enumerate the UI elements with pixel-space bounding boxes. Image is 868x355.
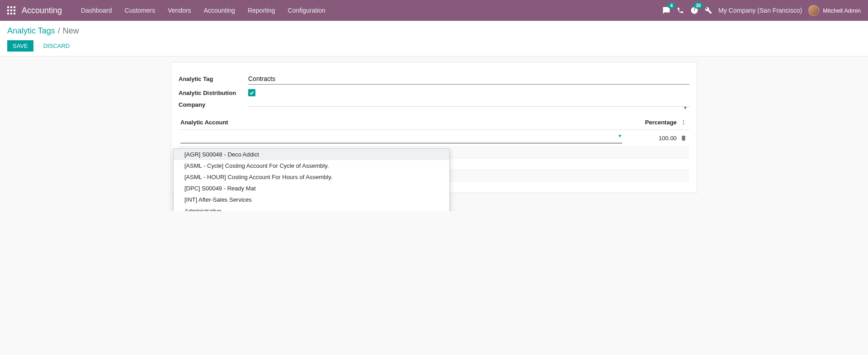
svg-rect-7 <box>10 13 12 14</box>
delete-row-icon[interactable] <box>679 130 689 147</box>
checkbox-analytic-distribution[interactable] <box>248 89 255 96</box>
messages-icon[interactable]: 4 <box>662 6 670 14</box>
input-analytic-account[interactable] <box>180 133 622 143</box>
svg-rect-3 <box>7 9 9 11</box>
svg-rect-1 <box>10 6 12 8</box>
label-analytic-distribution: Analytic Distribution <box>179 90 248 96</box>
nav-item-customers[interactable]: Customers <box>118 0 162 21</box>
main-navbar: Accounting Dashboard Customers Vendors A… <box>0 0 868 21</box>
svg-rect-4 <box>10 9 12 11</box>
breadcrumb-current: New <box>63 26 79 36</box>
input-company[interactable]: ▼ <box>248 103 689 107</box>
nav-menu: Dashboard Customers Vendors Accounting R… <box>75 0 332 21</box>
svg-rect-2 <box>14 6 15 8</box>
nav-item-vendors[interactable]: Vendors <box>161 0 197 21</box>
debug-icon[interactable] <box>705 7 712 14</box>
user-name: Mitchell Admin <box>823 7 861 14</box>
discard-button[interactable]: DISCARD <box>38 40 75 52</box>
svg-point-11 <box>683 123 684 124</box>
label-company: Company <box>179 101 248 108</box>
table-row: ▼ 100.00 <box>179 130 689 147</box>
nav-item-dashboard[interactable]: Dashboard <box>75 0 118 21</box>
breadcrumb-parent[interactable]: Analytic Tags <box>7 26 55 36</box>
col-percentage: Percentage <box>624 115 679 130</box>
action-buttons: SAVE DISCARD <box>7 40 861 52</box>
apps-icon[interactable] <box>7 6 15 14</box>
input-analytic-tag[interactable] <box>248 73 689 85</box>
dropdown-option[interactable]: [DPC] S00049 - Ready Mat <box>174 183 449 194</box>
dropdown-option[interactable]: [AGR] S00048 - Deco Addict <box>174 149 449 160</box>
messages-badge: 4 <box>668 3 675 9</box>
svg-rect-5 <box>14 9 15 11</box>
activities-badge: 30 <box>693 3 703 9</box>
activities-icon[interactable]: 30 <box>690 6 698 14</box>
save-button[interactable]: SAVE <box>7 40 33 52</box>
nav-item-accounting[interactable]: Accounting <box>198 0 241 21</box>
dropdown-option[interactable]: [ASML - Cycle] Costing Account For Cycle… <box>174 160 449 171</box>
chevron-down-icon: ▼ <box>683 105 688 110</box>
dropdown-option[interactable]: Administrative <box>174 205 449 211</box>
svg-rect-8 <box>14 13 15 14</box>
user-menu[interactable]: Mitchell Admin <box>808 5 861 16</box>
analytic-account-dropdown: [AGR] S00048 - Deco Addict [ASML - Cycle… <box>173 148 450 211</box>
avatar <box>808 5 819 16</box>
col-analytic-account: Analytic Account <box>179 115 624 130</box>
column-options-icon[interactable] <box>679 115 689 130</box>
company-selector[interactable]: My Company (San Francisco) <box>718 7 802 14</box>
dropdown-option[interactable]: [INT] After-Sales Services <box>174 194 449 205</box>
nav-item-reporting[interactable]: Reporting <box>241 0 282 21</box>
form-sheet: Analytic Tag Analytic Distribution Compa… <box>171 62 697 193</box>
phone-icon[interactable] <box>677 7 684 14</box>
control-panel: Analytic Tags / New SAVE DISCARD <box>0 21 868 57</box>
label-analytic-tag: Analytic Tag <box>179 76 248 82</box>
navbar-right: 4 30 My Company (San Francisco) Mitchell… <box>662 5 861 16</box>
nav-item-configuration[interactable]: Configuration <box>282 0 332 21</box>
svg-rect-0 <box>7 6 9 8</box>
svg-rect-6 <box>7 13 9 14</box>
dropdown-option[interactable]: [ASML - HOUR] Costing Account For Hours … <box>174 171 449 183</box>
breadcrumb-sep: / <box>58 26 60 36</box>
breadcrumb: Analytic Tags / New <box>7 26 861 36</box>
app-brand[interactable]: Accounting <box>22 6 62 15</box>
cell-percentage[interactable]: 100.00 <box>624 130 679 147</box>
svg-point-9 <box>683 120 684 121</box>
svg-point-10 <box>683 122 684 123</box>
